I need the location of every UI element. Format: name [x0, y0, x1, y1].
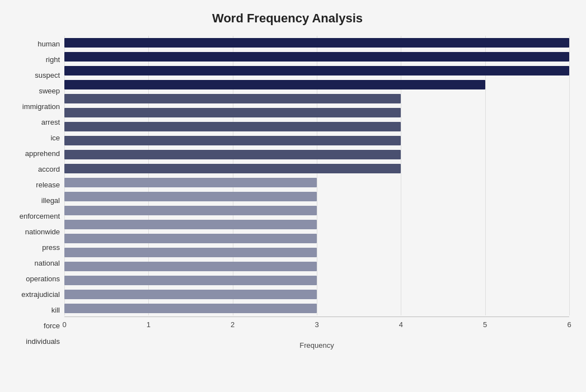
- bar-row: [64, 106, 569, 120]
- bar-row: [64, 78, 569, 92]
- bar: [64, 66, 569, 76]
- bar-row: [64, 64, 569, 78]
- bars-and-xaxis: 0123456 Frequency: [64, 36, 569, 350]
- x-tick: 4: [399, 320, 403, 329]
- bar: [64, 108, 401, 118]
- bar-row: [64, 232, 569, 245]
- bar-row: [64, 50, 569, 64]
- bars-list: [64, 36, 569, 315]
- bar: [64, 164, 401, 174]
- y-label: accord: [38, 166, 60, 173]
- bar: [64, 122, 401, 132]
- y-label: individuals: [26, 338, 60, 345]
- x-tick: 5: [483, 320, 487, 329]
- x-tick: 6: [567, 320, 571, 329]
- grid-line: [569, 36, 570, 315]
- bar: [64, 178, 317, 188]
- bars-area: [64, 36, 569, 315]
- chart-area: humanrightsuspectsweepimmigrationarresti…: [6, 36, 569, 350]
- y-label: force: [44, 322, 60, 329]
- y-label: operations: [26, 275, 60, 282]
- x-tick: 3: [315, 320, 318, 329]
- bar-row: [64, 162, 569, 176]
- bar-row: [64, 148, 569, 162]
- bar: [64, 136, 401, 146]
- bar-row: [64, 259, 569, 273]
- y-label: nationwide: [25, 228, 60, 235]
- bar: [64, 150, 401, 160]
- x-axis: 0123456: [64, 317, 569, 339]
- bar-row: [64, 134, 569, 148]
- y-label: suspect: [35, 72, 60, 79]
- bar: [64, 248, 317, 258]
- y-label: right: [46, 56, 60, 63]
- bar-row: [64, 204, 569, 218]
- bar-row: [64, 273, 569, 287]
- y-label: apprehend: [25, 150, 60, 157]
- y-label: enforcement: [20, 212, 60, 220]
- bar: [64, 38, 569, 48]
- bar-row: [64, 190, 569, 204]
- bar-row: [64, 176, 569, 190]
- bar: [64, 94, 401, 104]
- bar-row: [64, 301, 569, 315]
- x-axis-label: Frequency: [64, 341, 569, 350]
- bar-row: [64, 92, 569, 106]
- x-tick: 0: [62, 320, 66, 329]
- bar-row: [64, 245, 569, 259]
- y-label: ice: [50, 134, 60, 141]
- x-tick: 1: [147, 320, 151, 329]
- bar: [64, 262, 317, 272]
- bar: [64, 52, 569, 62]
- bar: [64, 192, 317, 202]
- y-label: kill: [51, 306, 60, 314]
- y-label: arrest: [41, 119, 60, 126]
- y-label: immigration: [22, 103, 60, 110]
- chart-container: Word Frequency Analysis humanrightsuspec…: [0, 0, 586, 392]
- y-label: press: [42, 244, 60, 251]
- y-label: extrajudicial: [21, 291, 60, 298]
- bar: [64, 304, 317, 314]
- y-axis: humanrightsuspectsweepimmigrationarresti…: [6, 36, 64, 350]
- bar: [64, 276, 317, 286]
- bar: [64, 220, 317, 230]
- x-tick: 2: [231, 320, 235, 329]
- bar: [64, 80, 485, 90]
- bar: [64, 206, 317, 216]
- bar-row: [64, 218, 569, 232]
- bar: [64, 234, 317, 244]
- y-label: illegal: [41, 197, 60, 204]
- chart-title: Word Frequency Analysis: [6, 11, 569, 26]
- bar-row: [64, 36, 569, 50]
- bar-row: [64, 120, 569, 134]
- y-label: sweep: [39, 87, 60, 95]
- y-label: release: [36, 181, 60, 188]
- y-label: national: [34, 259, 60, 267]
- bar-row: [64, 287, 569, 301]
- y-label: human: [37, 40, 60, 48]
- bar: [64, 290, 317, 300]
